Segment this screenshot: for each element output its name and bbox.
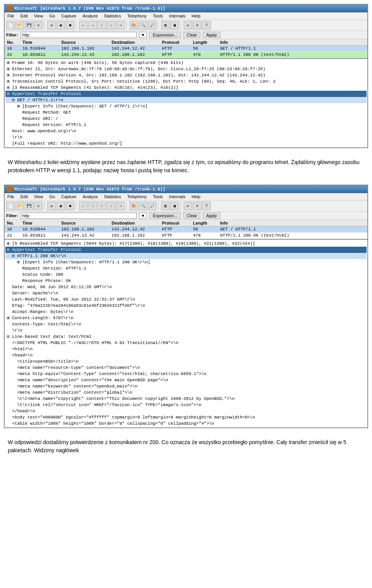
toolbar2-btn-jump[interactable]: ⇒ xyxy=(116,202,125,210)
filter-input-2[interactable] xyxy=(21,213,137,219)
filter-dropdown-1[interactable]: ▼ xyxy=(139,32,147,38)
menu-capture-1[interactable]: Capture xyxy=(60,13,78,19)
detail2-line-1[interactable]: ⊟ Hypertext Transfer Protocol xyxy=(5,247,367,253)
menu-statistics-1[interactable]: Statistics xyxy=(103,13,122,19)
toolbar2-btn-color[interactable]: 🎨 xyxy=(129,202,138,210)
toolbar2-btn-x[interactable]: ✗ xyxy=(193,202,202,210)
btn-clear-1[interactable]: Clear xyxy=(183,32,200,38)
col-info-1: Info xyxy=(219,40,367,45)
btn-clear-2[interactable]: Clear xyxy=(183,213,200,219)
toolbar-btn-help2[interactable]: ? xyxy=(202,21,211,29)
toolbar-btn-open[interactable]: 📂 xyxy=(16,21,24,29)
col-dst-1: Destination xyxy=(110,40,160,45)
menu-file-1[interactable]: File xyxy=(6,13,16,19)
detail2-line-9: Last-Modified: Tue, 05 Jun 2012 22:52:37… xyxy=(5,296,367,303)
toolbar-btn-zoom-out[interactable]: 🔎 xyxy=(148,21,157,29)
menu-edit-1[interactable]: Edit xyxy=(19,13,29,19)
filter-input-1[interactable] xyxy=(21,32,137,38)
toolbar-btn-cap[interactable]: ◉ xyxy=(57,21,65,29)
toolbar2-btn-save[interactable]: 💾 xyxy=(25,202,33,210)
menu-tools-1[interactable]: Tools xyxy=(152,13,164,19)
toolbar2-btn-fwd[interactable]: → xyxy=(88,202,97,210)
col-proto-1: Protocol xyxy=(160,40,191,45)
toolbar-btn-check[interactable]: ✔ xyxy=(184,21,192,29)
menu-capture-2[interactable]: Capture xyxy=(60,194,78,199)
toolbar-btn-fwd[interactable]: → xyxy=(88,21,97,29)
menu-file-2[interactable]: File xyxy=(6,194,16,199)
detail-line-6[interactable]: ⊟ GET / HTTP/1.1\r\n xyxy=(5,97,367,103)
toolbar-btn-jump[interactable]: ⇒ xyxy=(116,21,125,29)
toolbar2-btn-zoom-out[interactable]: 🔎 xyxy=(148,202,157,210)
menu-edit-2[interactable]: Edit xyxy=(19,194,29,199)
app-icon-2 xyxy=(7,187,12,192)
menu-telephony-2[interactable]: Telephony xyxy=(126,194,148,199)
toolbar-btn-dn[interactable]: ↓ xyxy=(107,21,115,29)
pkt2-no: 16 xyxy=(5,227,21,232)
toolbar2-btn-new[interactable]: 📄 xyxy=(6,202,15,210)
btn-expression-2[interactable]: Expression... xyxy=(149,213,181,219)
packet-row-2-1[interactable]: 22 16.853811 142.244.12.42 192.168.1.102… xyxy=(5,233,367,239)
toolbar2-btn-stop[interactable]: ■ xyxy=(66,202,74,210)
pkt-info: HTTP/1.1 200 OK (text/html) xyxy=(219,52,367,58)
toolbar2-btn-help2[interactable]: ? xyxy=(202,202,211,210)
toolbar-btn-back[interactable]: ← xyxy=(79,21,88,29)
toolbar-sep-4 xyxy=(158,21,160,29)
menu-analyze-2[interactable]: Analyze xyxy=(81,194,99,199)
detail-line-8: Request Method: GET xyxy=(5,109,367,116)
toolbar-btn-pane1[interactable]: ▤ xyxy=(161,21,170,29)
toolbar2-btn-pane2[interactable]: ▣ xyxy=(170,202,179,210)
toolbar-btn-pane2[interactable]: ▣ xyxy=(170,21,179,29)
filter-bar-1: Filter: ▼ Expression... Clear Apply xyxy=(5,31,367,39)
toolbar-btn-zoom-in[interactable]: 🔍 xyxy=(139,21,147,29)
menu-help-1[interactable]: Help xyxy=(190,13,202,19)
toolbar-btn-color[interactable]: 🎨 xyxy=(129,21,138,29)
detail-line-5[interactable]: ⊟ Hypertext Transfer Protocol xyxy=(5,91,367,97)
toolbar-btn-reload[interactable]: ↺ xyxy=(47,21,56,29)
btn-expression-1[interactable]: Expression... xyxy=(149,32,181,38)
detail-line-13: [Full request URI: http://www.openbsd.or… xyxy=(5,140,367,147)
toolbar-btn-stop[interactable]: ■ xyxy=(66,21,74,29)
toolbar2-btn-zoom-in[interactable]: 🔍 xyxy=(139,202,147,210)
toolbar-btn-up[interactable]: ↑ xyxy=(98,21,106,29)
detail2-line-15[interactable]: ⊟ Line-based text data: text/html xyxy=(5,334,367,340)
detail2-line-2[interactable]: ⊟ HTTP/1.1 200 OK\r\n xyxy=(5,253,367,259)
detail2-line-19: <title>openBSD</title>\n xyxy=(5,358,367,365)
menu-go-1[interactable]: Go xyxy=(48,13,56,19)
toolbar2-btn-open[interactable]: 📂 xyxy=(16,202,24,210)
menu-internals-1[interactable]: Internals xyxy=(168,13,186,19)
detail2-line-12[interactable]: ⊞ Content-Length: 5707\r\n xyxy=(5,315,367,321)
menu-telephony-1[interactable]: Telephony xyxy=(126,13,148,19)
toolbar2-btn-dn[interactable]: ↓ xyxy=(107,202,115,210)
menu-view-1[interactable]: View xyxy=(33,13,45,19)
pkt-src: 192.168.1.102 xyxy=(60,46,110,52)
toolbar2-btn-reload[interactable]: ↺ xyxy=(47,202,56,210)
detail2-line-28: <body text="#000000" bgcolor="#ffffff" t… xyxy=(5,414,367,420)
pkt-time: 16.516944 xyxy=(21,46,60,52)
packet-row-1-1[interactable]: 22 16.853811 142.244.12.42 192.168.1.102… xyxy=(5,52,367,58)
menu-tools-2[interactable]: Tools xyxy=(152,194,164,199)
toolbar-btn-close[interactable]: ✕ xyxy=(34,21,43,29)
btn-apply-2[interactable]: Apply xyxy=(203,213,220,219)
menu-internals-2[interactable]: Internals xyxy=(168,194,186,199)
toolbar-btn-x[interactable]: ✗ xyxy=(193,21,202,29)
toolbar2-btn-back[interactable]: ← xyxy=(79,202,88,210)
toolbar2-btn-up[interactable]: ↑ xyxy=(98,202,106,210)
menu-help-2[interactable]: Help xyxy=(190,194,202,199)
menu-view-2[interactable]: View xyxy=(33,194,45,199)
toolbar-btn-new[interactable]: 📄 xyxy=(6,21,15,29)
packet-row-2-0[interactable]: 16 16.516944 192.168.1.102 142.244.12.42… xyxy=(5,227,367,233)
toolbar2-btn-cap[interactable]: ◉ xyxy=(57,202,65,210)
filter-dropdown-2[interactable]: ▼ xyxy=(139,213,147,219)
toolbar2-btn-check[interactable]: ✔ xyxy=(184,202,192,210)
toolbar2-btn-close[interactable]: ✕ xyxy=(34,202,43,210)
packet-row-1-0[interactable]: 16 16.516944 192.168.1.102 142.244.12.42… xyxy=(5,46,367,52)
menu-analyze-1[interactable]: Analyze xyxy=(81,13,99,19)
menu-statistics-2[interactable]: Statistics xyxy=(103,194,122,199)
col-info-2: Info xyxy=(219,220,367,226)
col-len-2: Length xyxy=(191,220,219,226)
menu-go-2[interactable]: Go xyxy=(48,194,56,199)
detail2-line-25: \t\t<meta name="copyright" content="This… xyxy=(5,396,367,402)
toolbar-btn-save[interactable]: 💾 xyxy=(25,21,33,29)
btn-apply-1[interactable]: Apply xyxy=(203,32,220,38)
toolbar2-btn-pane1[interactable]: ▤ xyxy=(161,202,170,210)
